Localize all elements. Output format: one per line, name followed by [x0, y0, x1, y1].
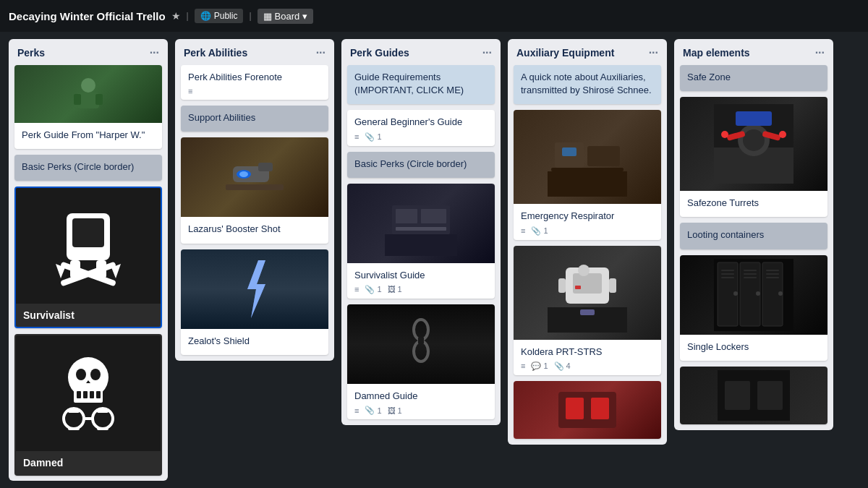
- svg-rect-25: [68, 410, 80, 413]
- svg-rect-38: [396, 227, 446, 231]
- svg-point-64: [721, 131, 728, 138]
- meta-attach: 📎1: [531, 226, 548, 236]
- board-title: Decaying Winter Official Trello: [9, 10, 166, 22]
- svg-rect-81: [766, 273, 779, 275]
- card-map-bottom[interactable]: [680, 367, 827, 424]
- auxiliary-menu-icon[interactable]: ···: [649, 46, 658, 59]
- svg-rect-54: [580, 309, 595, 315]
- svg-rect-41: [418, 338, 424, 343]
- card-basic-perks[interactable]: Basic Perks (Circle border): [14, 155, 162, 181]
- column-perk-guides: Perk Guides ··· Guide Requirements (IMPO…: [341, 39, 501, 425]
- svg-rect-53: [575, 286, 581, 289]
- svg-rect-36: [396, 209, 417, 223]
- card-meta-desc: ≡: [188, 87, 192, 95]
- column-menu-icon[interactable]: ···: [150, 46, 159, 59]
- svg-point-61: [743, 129, 765, 151]
- map-elements-menu-icon[interactable]: ···: [815, 46, 825, 59]
- svg-rect-19: [96, 391, 101, 398]
- card-looting-containers[interactable]: Looting containers: [680, 223, 827, 249]
- svg-point-40: [414, 341, 428, 361]
- svg-rect-51: [558, 278, 566, 293]
- svg-point-31: [239, 171, 248, 177]
- svg-rect-76: [721, 277, 734, 278]
- column-cards-map-elements: Safe Zone: [674, 65, 833, 430]
- svg-rect-44: [587, 146, 620, 166]
- column-cards-auxiliary: A quick note about Auxiliaries, transmit…: [508, 65, 667, 445]
- star-icon[interactable]: ★: [171, 10, 181, 22]
- svg-point-73: [778, 291, 783, 296]
- column-cards-perks: Perk Guide From "Harper W." Basic Perks …: [9, 65, 168, 481]
- card-damned[interactable]: Damned: [14, 334, 162, 476]
- column-header-perk-abilities: Perk Abilities ···: [175, 39, 334, 65]
- survivalist-icon-area: [16, 188, 161, 304]
- card-survivalist-guide[interactable]: Survivalist Guide ≡ 📎1 🖼1: [347, 184, 495, 299]
- meta-attach: 📎4: [554, 361, 571, 371]
- card-koldera[interactable]: Koldera PRT-STRS ≡ 💬1 📎4: [514, 246, 661, 375]
- svg-rect-66: [736, 111, 772, 126]
- card-emergency-respirator[interactable]: Emergency Respirator ≡ 📎1: [514, 110, 661, 239]
- card-perk-abilities-forenote[interactable]: Perk Abilities Forenote ≡: [181, 65, 328, 100]
- board-icon: ▦: [263, 11, 272, 22]
- svg-rect-42: [548, 171, 627, 197]
- svg-rect-5: [72, 218, 104, 247]
- svg-rect-46: [551, 168, 624, 171]
- svg-rect-37: [421, 209, 446, 223]
- svg-rect-79: [744, 277, 757, 278]
- svg-rect-27: [226, 184, 284, 190]
- svg-rect-2: [74, 94, 81, 105]
- card-damned-guide[interactable]: Damned Guide ≡ 📎1 🖼1: [347, 304, 495, 419]
- svg-rect-16: [77, 391, 81, 398]
- svg-point-39: [414, 320, 428, 340]
- card-guide-requirements[interactable]: Guide Requirements (IMPORTANT, CLICK ME): [347, 65, 495, 104]
- damned-icon-area: [16, 335, 161, 451]
- svg-rect-26: [97, 410, 109, 413]
- svg-rect-34: [385, 234, 457, 256]
- card-perk-guide-harper[interactable]: Perk Guide From "Harper W.": [14, 65, 162, 149]
- card-basic-perks-circle[interactable]: Basic Perks (Circle border): [347, 152, 495, 178]
- svg-rect-74: [721, 270, 734, 271]
- meta-attach: 📎1: [365, 285, 381, 294]
- meta-desc: ≡: [354, 285, 359, 294]
- card-lazarus-booster[interactable]: Lazarus' Booster Shot: [181, 137, 328, 243]
- desc-icon: ≡: [188, 87, 192, 95]
- svg-rect-85: [757, 381, 783, 410]
- meta-desc: ≡: [354, 132, 359, 141]
- card-single-lockers[interactable]: Single Lockers: [680, 255, 827, 361]
- card-general-beginners[interactable]: General Beginner's Guide ≡ 📎 1: [347, 110, 495, 145]
- svg-rect-56: [566, 398, 584, 419]
- column-cards-perk-guides: Guide Requirements (IMPORTANT, CLICK ME)…: [341, 65, 501, 425]
- board-view-badge[interactable]: ▦ Board ▾: [258, 9, 314, 24]
- meta-img: 🖼1: [388, 285, 402, 294]
- svg-rect-22: [84, 417, 93, 420]
- svg-rect-82: [766, 277, 779, 278]
- perk-guides-menu-icon[interactable]: ···: [482, 46, 492, 59]
- card-support-abilities[interactable]: Support Abilities: [181, 106, 328, 132]
- card-zealots-shield[interactable]: Zealot's Shield: [181, 249, 328, 355]
- meta-desc: ≡: [521, 361, 525, 370]
- column-auxiliary-equipment: Auxiliary Equipment ··· A quick note abo…: [508, 39, 667, 445]
- svg-rect-78: [744, 273, 757, 275]
- card-safe-zone[interactable]: Safe Zone: [680, 65, 827, 91]
- column-cards-perk-abilities: Perk Abilities Forenote ≡ Support Abilit…: [175, 65, 334, 361]
- svg-marker-33: [247, 260, 265, 318]
- svg-point-50: [578, 265, 590, 276]
- svg-point-71: [733, 291, 738, 296]
- svg-rect-29: [258, 163, 273, 171]
- card-survivalist[interactable]: Survivalist: [14, 187, 162, 328]
- meta-comment: 💬1: [531, 361, 548, 371]
- svg-rect-75: [721, 273, 734, 275]
- column-perk-abilities: Perk Abilities ··· Perk Abilities Foreno…: [175, 39, 334, 361]
- svg-point-72: [756, 291, 760, 296]
- svg-point-65: [779, 131, 786, 138]
- svg-point-14: [76, 369, 86, 380]
- column-header-perk-guides: Perk Guides ···: [341, 39, 501, 65]
- svg-rect-18: [90, 391, 94, 398]
- perk-abilities-menu-icon[interactable]: ···: [316, 46, 326, 59]
- card-safezone-turrets[interactable]: Safezone Turrets: [680, 97, 827, 217]
- card-quick-note[interactable]: A quick note about Auxiliaries, transmit…: [514, 65, 661, 104]
- visibility-badge[interactable]: 🌐 Public: [195, 9, 244, 23]
- svg-rect-84: [725, 381, 750, 410]
- svg-rect-49: [573, 273, 602, 294]
- card-aux-bottom[interactable]: [514, 381, 661, 439]
- svg-rect-52: [609, 278, 616, 293]
